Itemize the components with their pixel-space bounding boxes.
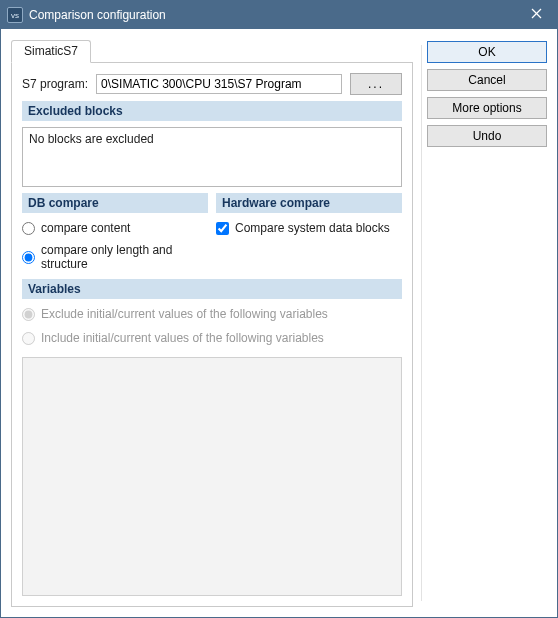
radio-compare-content[interactable]	[22, 222, 35, 235]
section-excluded-blocks: Excluded blocks	[22, 101, 402, 121]
radio-var-exclude-row: Exclude initial/current values of the fo…	[22, 305, 402, 323]
radio-var-include	[22, 332, 35, 345]
compare-options: compare content compare only length and …	[22, 219, 402, 273]
window-title: Comparison configuration	[29, 8, 515, 22]
s7-program-row: S7 program: ...	[22, 73, 402, 95]
tab-strip: SimaticS7	[11, 39, 413, 63]
section-hardware-compare: Hardware compare	[216, 193, 402, 213]
checkbox-sysdata-row[interactable]: Compare system data blocks	[216, 219, 402, 237]
ok-button[interactable]: OK	[427, 41, 547, 63]
checkbox-sysdata[interactable]	[216, 222, 229, 235]
dialog-window: vs Comparison configuration SimaticS7 S7…	[0, 0, 558, 618]
excluded-blocks-empty-msg: No blocks are excluded	[29, 132, 154, 146]
main-pane: SimaticS7 S7 program: ... Excluded block…	[11, 39, 421, 607]
tab-simatics7[interactable]: SimaticS7	[11, 40, 91, 63]
radio-var-include-label: Include initial/current values of the fo…	[41, 331, 324, 345]
s7-program-label: S7 program:	[22, 77, 88, 91]
radio-compare-content-label: compare content	[41, 221, 130, 235]
radio-var-include-row: Include initial/current values of the fo…	[22, 329, 402, 347]
radio-var-exclude-label: Exclude initial/current values of the fo…	[41, 307, 328, 321]
excluded-blocks-list[interactable]: No blocks are excluded	[22, 127, 402, 187]
tab-content: S7 program: ... Excluded blocks No block…	[11, 63, 413, 607]
more-options-button[interactable]: More options	[427, 97, 547, 119]
radio-compare-length[interactable]	[22, 251, 35, 264]
undo-button[interactable]: Undo	[427, 125, 547, 147]
side-pane: OK Cancel More options Undo	[421, 39, 557, 607]
cancel-button[interactable]: Cancel	[427, 69, 547, 91]
radio-compare-length-label: compare only length and structure	[41, 243, 208, 271]
app-icon: vs	[7, 7, 23, 23]
browse-button[interactable]: ...	[350, 73, 402, 95]
radio-var-exclude	[22, 308, 35, 321]
variables-list	[22, 357, 402, 596]
close-icon	[531, 8, 542, 22]
checkbox-sysdata-label: Compare system data blocks	[235, 221, 390, 235]
compare-headers: DB compare Hardware compare	[22, 193, 402, 213]
radio-compare-length-row[interactable]: compare only length and structure	[22, 241, 208, 273]
radio-compare-content-row[interactable]: compare content	[22, 219, 208, 237]
section-db-compare: DB compare	[22, 193, 208, 213]
section-variables: Variables	[22, 279, 402, 299]
dialog-body: SimaticS7 S7 program: ... Excluded block…	[1, 29, 557, 617]
close-button[interactable]	[515, 1, 557, 29]
titlebar: vs Comparison configuration	[1, 1, 557, 29]
s7-program-input[interactable]	[96, 74, 342, 94]
